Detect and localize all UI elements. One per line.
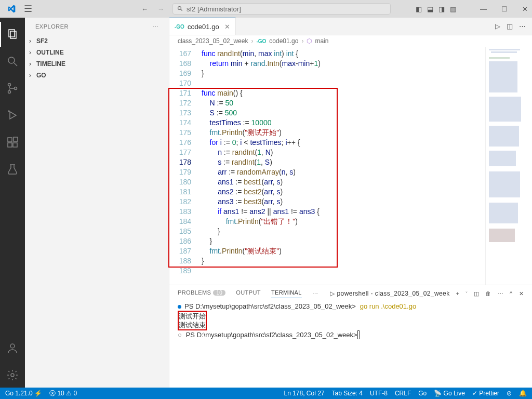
status-eol[interactable]: CRLF [395, 390, 411, 397]
layout-right-icon[interactable]: ◨ [438, 5, 445, 13]
sidebar-section-timeline[interactable]: ›TIMELINE [25, 58, 169, 70]
new-terminal-icon[interactable]: + [456, 290, 460, 297]
svg-rect-11 [8, 138, 12, 142]
terminal-body[interactable]: PS D:\mysetup\gopath\src\sf2\class_2023_… [169, 302, 532, 388]
svg-rect-3 [10, 31, 16, 38]
command-center[interactable]: sf2 [Administrator] [172, 3, 391, 15]
chevron-right-icon: › [29, 49, 36, 56]
account-icon[interactable] [0, 336, 25, 361]
window-maximize-icon[interactable]: ☐ [501, 5, 508, 13]
minimap[interactable] [485, 47, 532, 285]
status-diagnostics[interactable]: ⓧ 10 ⚠ 0 [49, 389, 77, 398]
search-text: sf2 [Administrator] [187, 5, 241, 13]
explorer-sidebar: EXPLORER ⋯ ›SF2 ›OUTLINE ›TIMELINE ›GO [25, 18, 169, 388]
cursor [357, 330, 360, 339]
testing-icon[interactable] [0, 157, 25, 182]
sidebar-title: EXPLORER [35, 23, 69, 30]
tab-code01[interactable]: -GO code01.go ✕ [169, 18, 236, 35]
more-icon[interactable]: ⋯ [519, 22, 526, 30]
svg-point-10 [8, 111, 9, 112]
panel-tab-output[interactable]: OUTPUT [236, 289, 261, 298]
breadcrumb-file[interactable]: code01.go [269, 37, 298, 45]
go-file-icon: -GO [175, 24, 184, 30]
terminal-instance[interactable]: ▷ powershell - class_2023_05_02_week [330, 290, 449, 297]
svg-rect-13 [13, 143, 17, 147]
vscode-logo-icon [7, 5, 16, 13]
nav-back-icon[interactable]: ← [141, 5, 148, 13]
panel-more-icon[interactable]: ⋯ [498, 290, 503, 297]
extensions-icon[interactable] [0, 130, 25, 155]
svg-rect-12 [8, 143, 12, 147]
explorer-icon[interactable] [0, 22, 25, 47]
prompt-dot-icon [178, 305, 181, 309]
chevron-right-icon: › [29, 37, 36, 45]
close-icon[interactable]: ✕ [224, 23, 230, 31]
source-control-icon[interactable] [0, 76, 25, 101]
menu-icon[interactable]: ☰ [24, 3, 32, 15]
nav-forward-icon[interactable]: → [157, 5, 164, 13]
problems-badge: 10 [213, 290, 225, 296]
chevron-right-icon: › [29, 60, 36, 68]
breadcrumb-symbol[interactable]: main [315, 37, 328, 45]
status-lang[interactable]: Go [418, 390, 427, 397]
editor-tabs: -GO code01.go ✕ ▷ ◫ ⋯ [169, 18, 532, 35]
sidebar-section-outline[interactable]: ›OUTLINE [25, 47, 169, 58]
svg-rect-14 [14, 137, 18, 141]
split-icon[interactable]: ◫ [507, 22, 513, 30]
maximize-panel-icon[interactable]: ^ [510, 290, 513, 297]
editor-body[interactable]: 1671681691701711721731741751761771781791… [169, 47, 532, 285]
search-icon[interactable] [0, 49, 25, 74]
sidebar-section-sf2[interactable]: ›SF2 [25, 35, 169, 47]
svg-point-0 [178, 7, 181, 10]
settings-gear-icon[interactable] [0, 363, 25, 388]
debug-icon[interactable] [0, 103, 25, 128]
title-bar: ☰ ← → sf2 [Administrator] ◧ ⬓ ◨ ▥ — ☐ ✕ [0, 0, 532, 18]
status-golive[interactable]: 📡 Go Live [434, 390, 465, 397]
kill-terminal-icon[interactable]: 🗑 [485, 290, 491, 297]
svg-rect-2 [9, 30, 15, 37]
layout-left-icon[interactable]: ◧ [416, 5, 422, 13]
breadcrumb-folder[interactable]: class_2023_05_02_week [178, 37, 248, 45]
chevron-right-icon: › [29, 72, 36, 79]
run-icon[interactable]: ▷ [495, 22, 500, 30]
activity-bar [0, 18, 25, 388]
status-prettier[interactable]: ✓ Prettier [472, 390, 499, 397]
status-encoding[interactable]: UTF-8 [370, 390, 388, 397]
go-file-icon: -GO [256, 38, 266, 44]
layout-grid-icon[interactable]: ▥ [450, 5, 456, 13]
svg-line-1 [181, 9, 182, 11]
code-content[interactable]: func randInt(min, max int) int { return … [202, 47, 485, 285]
svg-point-8 [15, 87, 17, 90]
status-bar: Go 1.21.0 ⚡ ⓧ 10 ⚠ 0 Ln 178, Col 27 Tab … [0, 388, 532, 399]
status-indent[interactable]: Tab Size: 4 [332, 390, 363, 397]
tab-label: code01.go [188, 23, 219, 31]
status-bell-icon[interactable]: 🔔 [519, 390, 527, 397]
sidebar-more-icon[interactable]: ⋯ [153, 23, 159, 30]
status-go-version[interactable]: Go 1.21.0 ⚡ [5, 390, 42, 397]
svg-point-6 [8, 84, 11, 86]
window-close-icon[interactable]: ✕ [522, 5, 528, 13]
terminal-dropdown-icon[interactable]: ˇ [466, 291, 467, 296]
close-panel-icon[interactable]: ✕ [519, 290, 524, 297]
svg-point-17 [11, 374, 14, 377]
status-cursor[interactable]: Ln 178, Col 27 [284, 390, 324, 397]
layout-bottom-icon[interactable]: ⬓ [427, 5, 433, 13]
symbol-icon: ⬡ [307, 37, 312, 45]
status-feedback-icon[interactable]: ⊘ [507, 390, 512, 397]
svg-line-5 [14, 63, 17, 66]
panel-more-icon[interactable]: ⋯ [312, 290, 318, 297]
svg-point-7 [8, 91, 11, 94]
sidebar-section-go[interactable]: ›GO [25, 70, 169, 81]
panel-tab-problems[interactable]: PROBLEMS10 [178, 289, 225, 298]
search-icon [177, 6, 183, 12]
svg-point-16 [10, 344, 15, 348]
breadcrumb[interactable]: class_2023_05_02_week › -GO code01.go › … [169, 35, 532, 47]
window-minimize-icon[interactable]: — [480, 5, 487, 13]
split-terminal-icon[interactable]: ◫ [474, 290, 479, 297]
svg-marker-9 [10, 112, 16, 119]
bottom-panel: PROBLEMS10 OUTPUT TERMINAL ⋯ ▷ powershel… [169, 285, 532, 388]
svg-point-4 [8, 57, 15, 63]
panel-tab-terminal[interactable]: TERMINAL [271, 289, 302, 298]
